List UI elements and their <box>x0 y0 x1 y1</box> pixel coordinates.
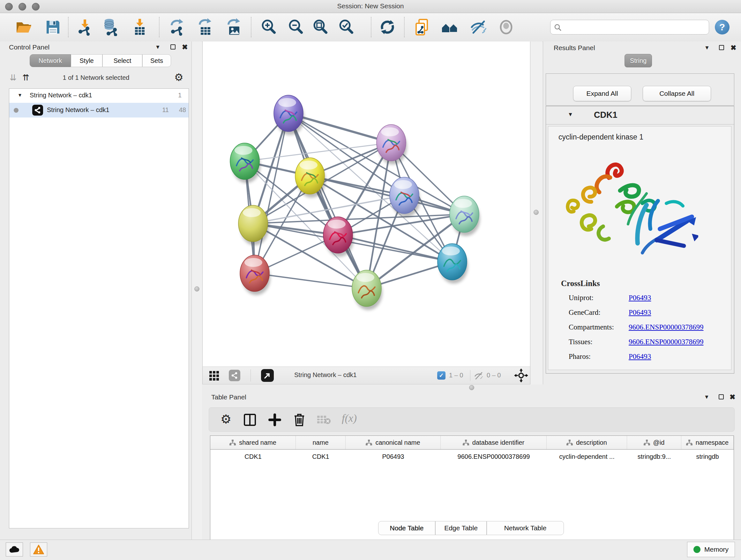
network-overview-icon[interactable] <box>229 370 240 381</box>
column-header--id[interactable]: @id <box>627 436 681 449</box>
tab-network-table[interactable]: Network Table <box>487 521 564 535</box>
network-node-RB1[interactable] <box>450 196 480 236</box>
show-all-icon[interactable] <box>497 18 515 36</box>
control-panel-title: Control Panel <box>9 44 50 51</box>
control-panel-menu-icon[interactable]: ▼ <box>155 44 160 51</box>
network-options-gear-icon[interactable]: ⚙ <box>174 72 184 82</box>
column-header-shared-name[interactable]: shared name <box>210 436 296 449</box>
add-column-icon[interactable] <box>268 414 281 426</box>
first-neighbors-icon[interactable] <box>441 18 459 36</box>
selected-checkbox-icon[interactable]: ✓ <box>437 371 446 380</box>
network-node-CDKN1A[interactable] <box>437 244 468 284</box>
tab-style[interactable]: Style <box>71 54 103 67</box>
table-toolbar: ⚙ f(x) <box>209 408 735 432</box>
tab-string[interactable]: String <box>624 54 652 67</box>
collapse-all-button[interactable]: Collapse All <box>643 86 711 101</box>
right-splitter-handle[interactable] <box>534 210 539 215</box>
results-panel-float-icon[interactable] <box>719 45 724 50</box>
show-columns-icon[interactable] <box>244 414 256 426</box>
export-image-icon[interactable] <box>225 18 243 36</box>
network-node-CCNB1[interactable] <box>239 205 269 245</box>
table-panel-menu-icon[interactable]: ▼ <box>704 394 710 400</box>
warning-status-button[interactable] <box>30 543 47 557</box>
network-node-HIST1H1A[interactable] <box>240 255 270 295</box>
control-panel-close-icon[interactable]: ✖ <box>182 43 188 51</box>
network-node-CDK1[interactable] <box>295 158 326 198</box>
hide-selected-icon[interactable] <box>469 18 487 36</box>
horizontal-splitter[interactable] <box>202 384 741 391</box>
import-network-from-database-icon[interactable] <box>102 18 119 36</box>
new-network-from-selection-icon[interactable] <box>413 18 431 36</box>
help-icon[interactable]: ? <box>715 20 730 35</box>
table-row[interactable]: CDK1CDK1P064939606.ENSP00000378699cyclin… <box>210 449 734 463</box>
memory-label: Memory <box>704 546 729 553</box>
delete-column-icon[interactable] <box>293 413 306 427</box>
zoom-in-icon[interactable] <box>260 18 278 36</box>
apply-layout-icon[interactable] <box>379 18 396 36</box>
table-panel-close-icon[interactable]: ✖ <box>730 393 735 401</box>
column-header-name[interactable]: name <box>296 436 346 449</box>
left-splitter[interactable] <box>192 42 202 540</box>
crosslink-link[interactable]: 9606.ENSP00000378699 <box>629 338 704 346</box>
network-edge[interactable] <box>255 273 367 288</box>
table-panel-float-icon[interactable] <box>719 394 724 399</box>
tab-sets[interactable]: Sets <box>142 54 171 67</box>
network-node-CCNE1[interactable] <box>352 270 382 310</box>
network-node-CCNB2[interactable] <box>274 95 304 135</box>
column-header-description[interactable]: description <box>547 436 627 449</box>
network-node-CDC25B[interactable] <box>230 143 260 183</box>
export-network-icon[interactable] <box>169 18 186 36</box>
left-splitter-handle[interactable] <box>194 287 199 292</box>
crosslink-link[interactable]: 9606.ENSP00000378699 <box>629 323 704 331</box>
zoom-fit-icon[interactable] <box>312 18 329 36</box>
import-network-from-file-icon[interactable] <box>76 18 94 36</box>
export-table-icon[interactable] <box>197 18 214 36</box>
gene-card-header[interactable]: ▼ CDK1 <box>546 106 734 125</box>
network-row-selected[interactable]: String Network – cdk1 11 48 <box>9 103 189 118</box>
open-session-icon[interactable] <box>15 18 32 36</box>
hidden-eye-slash-icon <box>474 371 483 380</box>
expand-all-button[interactable]: Expand All <box>573 86 631 101</box>
column-header-namespace[interactable]: namespace <box>681 436 734 449</box>
results-panel-close-icon[interactable]: ✖ <box>731 44 736 52</box>
save-session-icon[interactable] <box>44 18 62 36</box>
zoom-selected-icon[interactable] <box>337 18 355 36</box>
delete-table-icon[interactable] <box>317 415 331 425</box>
birds-eye-view-icon[interactable] <box>209 371 219 381</box>
crosslink-link[interactable]: P06493 <box>629 294 651 302</box>
table-options-gear-icon[interactable]: ⚙ <box>220 414 231 424</box>
gene-card-collapse-icon[interactable]: ▼ <box>568 111 573 118</box>
column-header-database-identifier[interactable]: database identifier <box>441 436 547 449</box>
open-in-view-icon[interactable] <box>261 369 274 382</box>
network-edges <box>245 113 464 288</box>
search-input[interactable] <box>563 21 705 33</box>
crosslink-link[interactable]: P06493 <box>629 353 651 361</box>
crosslink-link[interactable]: P06493 <box>629 308 651 317</box>
column-attribute-icon <box>229 440 236 445</box>
tab-network[interactable]: Network <box>30 54 71 67</box>
tab-select[interactable]: Select <box>103 54 142 67</box>
import-table-from-file-icon[interactable] <box>131 18 149 36</box>
collection-expand-icon[interactable]: ▼ <box>17 92 22 98</box>
column-header-canonical-name[interactable]: canonical name <box>346 436 441 449</box>
network-collection-row[interactable]: ▼ String Network – cdk1 1 <box>9 89 189 103</box>
network-node-CDC6[interactable] <box>390 177 420 217</box>
results-panel-menu-icon[interactable]: ▼ <box>704 45 710 51</box>
horizontal-splitter-handle[interactable] <box>469 385 474 390</box>
function-builder-icon[interactable]: f(x) <box>342 412 357 424</box>
control-panel-float-icon[interactable] <box>171 44 176 50</box>
cloud-status-button[interactable] <box>6 543 23 557</box>
tab-edge-table[interactable]: Edge Table <box>435 521 487 535</box>
memory-button[interactable]: Memory <box>687 542 735 557</box>
network-node-CCNA2[interactable] <box>323 217 354 257</box>
tab-node-table[interactable]: Node Table <box>378 521 435 535</box>
pan-crosshair-icon[interactable] <box>514 368 528 382</box>
network-canvas[interactable]: CCNB2CCNA1CDC25BCDK1CDC6RB1CCNB1CCNA2CDK… <box>202 42 530 367</box>
zoom-out-icon[interactable] <box>287 18 305 36</box>
gene-card: ▼ CDK1 cyclin-dependent kinase 1 <box>546 106 734 374</box>
results-actions-box: Expand All Collapse All <box>546 73 734 106</box>
column-attribute-icon <box>686 440 692 445</box>
network-edge[interactable] <box>255 113 288 273</box>
right-splitter[interactable] <box>530 42 542 384</box>
network-edge[interactable] <box>288 113 367 288</box>
